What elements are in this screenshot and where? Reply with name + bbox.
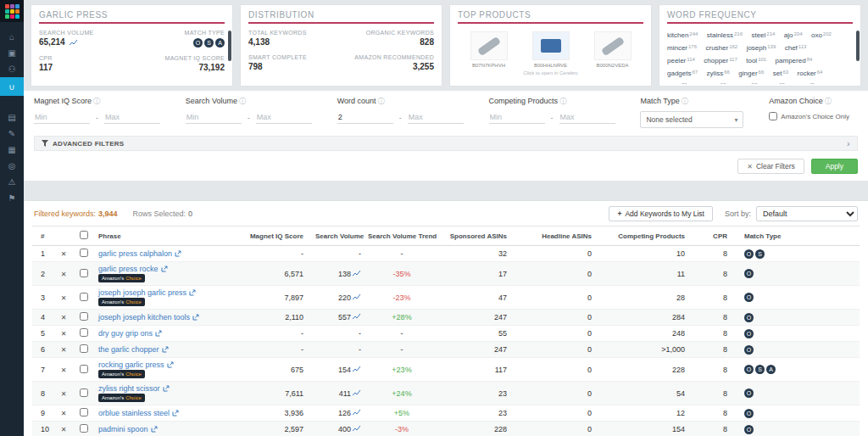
product-thumbnail[interactable]: B000N2VEDA <box>587 31 638 68</box>
row-checkbox[interactable] <box>80 269 88 277</box>
sidebar-item-cerebro[interactable]: ⚇ <box>0 61 24 77</box>
product-image[interactable] <box>594 31 632 60</box>
filter-max-input[interactable] <box>408 111 464 124</box>
sidebar-item-inventory[interactable]: ⚑ <box>0 190 24 206</box>
table-row[interactable]: 5 ✕ dry guy grip ons - - <box>32 326 860 342</box>
row-checkbox[interactable] <box>80 365 88 373</box>
word-frequency-item[interactable]: chef113 <box>785 41 807 53</box>
trend-chart-icon[interactable] <box>353 366 361 372</box>
col-phrase[interactable]: Phrase <box>95 226 237 246</box>
word-frequency-item[interactable]: zyliss66 <box>707 66 730 79</box>
table-row[interactable]: 4 ✕ joseph joseph kitchen tools 2,110 <box>32 310 860 326</box>
phrase-link[interactable]: the garlic chopper <box>98 345 169 354</box>
word-frequency-item[interactable]: rocker64 <box>798 66 823 79</box>
table-row[interactable]: 9 ✕ orblue stainless steel 3,936 <box>32 405 860 422</box>
amazons-choice-checkbox[interactable] <box>769 112 777 120</box>
exclude-keyword-icon[interactable]: ✕ <box>61 330 67 338</box>
table-row[interactable]: 1 ✕ garlic press calphalon - <box>32 246 860 262</box>
advanced-filters-toggle[interactable]: ADVANCED FILTERS › <box>34 136 858 151</box>
trend-chart-icon[interactable] <box>353 425 361 432</box>
panel-scrollbar[interactable] <box>228 31 231 61</box>
word-frequency-item[interactable]: cooking57 <box>696 79 726 84</box>
row-checkbox[interactable] <box>80 388 88 397</box>
exclude-keyword-icon[interactable]: ✕ <box>61 426 67 433</box>
add-keywords-button[interactable]: + Add Keywords to My List <box>609 206 713 221</box>
word-frequency-item[interactable]: tool101 <box>746 53 766 66</box>
word-frequency-item[interactable]: set63 <box>773 66 788 79</box>
word-frequency-item[interactable]: mincer176 <box>667 41 697 53</box>
word-frequency-item[interactable]: crusher162 <box>705 41 737 53</box>
filter-min-input[interactable] <box>489 111 545 124</box>
product-image[interactable] <box>470 31 508 60</box>
word-frequency-item[interactable]: ajos55 <box>766 79 785 84</box>
filter-max-input[interactable] <box>256 111 312 124</box>
table-row[interactable]: 3 ✕ joseph joseph garlic press Amazon'sC… <box>32 286 860 310</box>
col-match-type[interactable]: Match Type <box>734 226 860 246</box>
sidebar-item-black-box[interactable]: ▣ <box>0 45 24 61</box>
phrase-link[interactable]: rocking garlic press <box>98 361 174 369</box>
exclude-keyword-icon[interactable]: ✕ <box>61 294 67 302</box>
info-icon[interactable]: ⓘ <box>239 98 246 105</box>
phrase-link[interactable]: zyliss right scissor <box>98 384 170 393</box>
trend-chart-icon[interactable] <box>353 313 361 320</box>
table-row[interactable]: 10 ✕ padmini spoon 2,597 <box>32 422 860 436</box>
word-frequency-item[interactable]: steel214 <box>751 28 775 41</box>
row-checkbox[interactable] <box>80 424 88 433</box>
filter-max-input[interactable] <box>559 111 615 124</box>
exclude-keyword-icon[interactable]: ✕ <box>61 410 67 417</box>
table-row[interactable]: 2 ✕ garlic press rocke Amazon'sChoice 6, <box>32 262 860 286</box>
word-frequency-item[interactable]: slicer57 <box>735 79 757 84</box>
trend-chart-icon[interactable] <box>353 293 361 300</box>
col-magnet-iq[interactable]: Magnet IQ Score <box>237 226 312 246</box>
apply-button[interactable]: Apply <box>811 159 858 174</box>
sidebar-item-magnet[interactable]: ∪ <box>0 77 24 96</box>
word-frequency-item[interactable]: para70 <box>667 79 687 84</box>
exclude-keyword-icon[interactable]: ✕ <box>61 366 67 374</box>
word-frequency-item[interactable]: stainless216 <box>707 28 743 41</box>
phrase-link[interactable]: garlic press rocke <box>98 265 168 273</box>
phrase-link[interactable]: garlic press calphalon <box>98 249 181 258</box>
row-checkbox[interactable] <box>80 344 88 353</box>
exclude-keyword-icon[interactable]: ✕ <box>61 346 67 354</box>
row-checkbox[interactable] <box>80 312 88 321</box>
col-search-volume[interactable]: Search Volume <box>312 226 364 246</box>
select-all-checkbox[interactable] <box>80 231 88 239</box>
col-competing-products[interactable]: Competing Products <box>605 226 700 246</box>
info-icon[interactable]: ⓘ <box>682 98 688 105</box>
filter-max-input[interactable] <box>104 111 160 124</box>
info-icon[interactable]: ⓘ <box>825 98 832 105</box>
phrase-link[interactable]: orblue stainless steel <box>98 409 179 417</box>
row-checkbox[interactable] <box>80 249 88 257</box>
sidebar-item-index-checker[interactable]: ▦ <box>0 142 24 158</box>
phrase-link[interactable]: joseph joseph garlic press <box>98 288 196 297</box>
info-icon[interactable]: ⓘ <box>93 98 100 105</box>
clear-filters-button[interactable]: ✕ Clear Filters <box>737 159 804 174</box>
app-logo[interactable] <box>0 0 24 22</box>
sidebar-item-keyword-tracker[interactable]: ◎ <box>0 158 24 174</box>
filter-min-input[interactable] <box>34 111 90 124</box>
trend-chart-icon[interactable] <box>353 270 361 277</box>
phrase-link[interactable]: padmini spoon <box>98 425 158 433</box>
trend-chart-icon[interactable] <box>353 389 361 396</box>
sidebar-item-frankenstein[interactable]: ▤ <box>0 109 24 126</box>
info-icon[interactable]: ⓘ <box>378 98 385 105</box>
info-icon[interactable]: ⓘ <box>559 98 566 105</box>
table-row[interactable]: 7 ✕ rocking garlic press Amazon'sChoice <box>32 358 860 382</box>
word-frequency-item[interactable]: ajo204 <box>784 28 803 41</box>
phrase-link[interactable]: joseph joseph kitchen tools <box>98 313 199 321</box>
exclude-keyword-icon[interactable]: ✕ <box>61 390 67 398</box>
col-search-volume-trend[interactable]: Search Volume Trend <box>364 226 439 246</box>
col-cpr[interactable]: CPR <box>700 226 734 246</box>
col-sponsored-asins[interactable]: Sponsored ASINs <box>439 226 532 246</box>
exclude-keyword-icon[interactable]: ✕ <box>61 271 67 278</box>
trend-chart-icon[interactable] <box>353 409 361 416</box>
table-row[interactable]: 8 ✕ zyliss right scissor Amazon'sChoice <box>32 382 860 405</box>
word-frequency-item[interactable]: chopper117 <box>704 53 737 66</box>
col-headline-asins[interactable]: Headline ASINs <box>532 226 605 246</box>
row-checkbox[interactable] <box>80 328 88 337</box>
match-type-select[interactable]: None selected ▾ <box>640 111 743 128</box>
sidebar-item-scribbles[interactable]: ✎ <box>0 126 24 142</box>
panel-scrollbar[interactable] <box>856 31 860 61</box>
word-frequency-item[interactable]: oxo202 <box>811 28 832 41</box>
product-image[interactable] <box>532 31 570 60</box>
